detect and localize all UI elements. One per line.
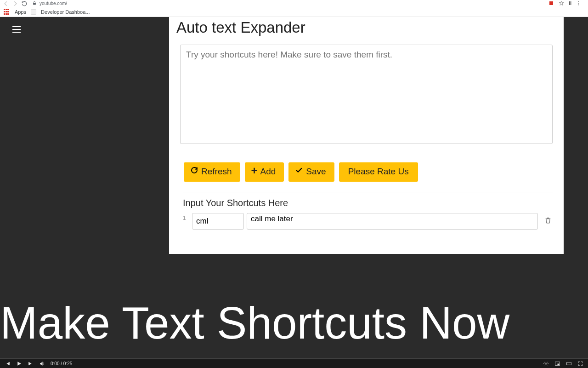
extension-icon[interactable] — [548, 0, 554, 7]
svg-point-2 — [578, 1, 579, 2]
rate-label: Please Rate Us — [348, 167, 409, 177]
apps-icon[interactable] — [4, 9, 10, 15]
refresh-label: Refresh — [201, 167, 232, 177]
svg-rect-1 — [549, 1, 553, 5]
menu-icon[interactable] — [12, 26, 21, 33]
check-icon — [295, 166, 303, 176]
browser-address-bar: youtube.com/ II — [0, 0, 588, 7]
shortcuts-heading: Input Your Shortcuts Here — [183, 198, 553, 208]
shortcut-row: 1 — [183, 213, 553, 230]
try-shortcuts-textarea[interactable] — [180, 45, 553, 144]
video-stage: Auto text Expander Refresh + Add Save Pl… — [0, 17, 588, 359]
refresh-icon — [190, 166, 198, 176]
add-label: Add — [260, 167, 276, 177]
svg-rect-7 — [558, 364, 560, 365]
shortcut-key-input[interactable] — [192, 213, 244, 230]
svg-rect-8 — [567, 362, 571, 365]
panel-title: Auto text Expander — [176, 19, 564, 36]
video-controls: 0:00 / 0:25 — [0, 359, 588, 368]
svg-rect-0 — [33, 3, 36, 5]
shortcut-value-input[interactable] — [247, 213, 538, 230]
settings-icon[interactable] — [543, 361, 549, 367]
prev-icon[interactable] — [5, 361, 11, 367]
plus-icon: + — [251, 165, 258, 176]
row-number: 1 — [183, 213, 189, 221]
reload-icon[interactable] — [21, 0, 28, 7]
url-text[interactable]: youtube.com/ — [40, 1, 67, 6]
forward-icon[interactable] — [12, 0, 18, 7]
devdash-label[interactable]: Developer Dashboa... — [41, 9, 90, 15]
refresh-button[interactable]: Refresh — [184, 162, 240, 182]
extension-panel: Auto text Expander Refresh + Add Save Pl… — [169, 17, 564, 254]
divider — [183, 192, 553, 192]
volume-icon[interactable] — [39, 361, 45, 367]
time-display: 0:00 / 0:25 — [51, 361, 72, 366]
button-row: Refresh + Add Save Please Rate Us — [184, 162, 553, 182]
pause-icon[interactable]: II — [569, 1, 571, 6]
save-button[interactable]: Save — [288, 162, 334, 182]
lock-icon — [32, 1, 37, 6]
delete-icon[interactable] — [543, 216, 553, 225]
svg-point-4 — [578, 4, 579, 5]
save-label: Save — [306, 167, 326, 177]
miniplayer-icon[interactable] — [554, 361, 560, 367]
rate-button[interactable]: Please Rate Us — [339, 162, 418, 182]
menu-dots-icon[interactable] — [576, 0, 582, 7]
fullscreen-icon[interactable] — [577, 361, 583, 367]
caption-text: Make Text Shortcuts Now — [0, 300, 588, 345]
devdash-icon[interactable] — [31, 9, 36, 15]
back-icon[interactable] — [3, 0, 9, 7]
theater-icon[interactable] — [566, 361, 572, 367]
bookmark-star-icon[interactable] — [559, 0, 564, 7]
play-icon[interactable] — [16, 361, 22, 367]
add-button[interactable]: + Add — [245, 162, 284, 182]
svg-point-5 — [545, 363, 547, 364]
bookmarks-bar: Apps Developer Dashboa... — [0, 7, 588, 17]
apps-label[interactable]: Apps — [15, 9, 26, 15]
next-icon[interactable] — [28, 361, 34, 367]
svg-point-3 — [578, 3, 579, 4]
